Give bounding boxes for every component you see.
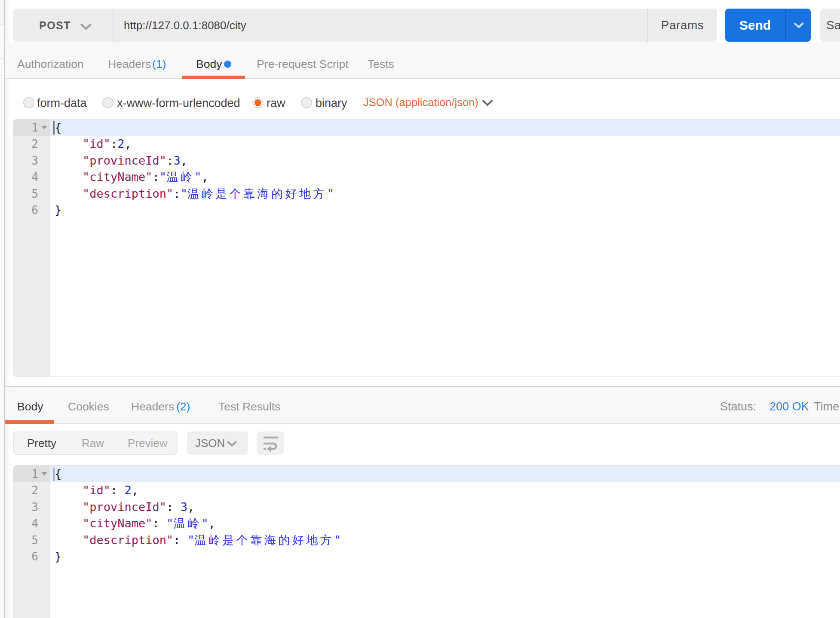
content-type-dropdown[interactable]: JSON (application/json): [363, 96, 478, 109]
tab-authorization[interactable]: Authorization: [17, 58, 84, 71]
view-pretty[interactable]: Pretty: [27, 437, 56, 450]
fold-arrow-icon[interactable]: [42, 126, 47, 129]
radio-raw-label[interactable]: raw: [267, 97, 285, 110]
code-line[interactable]: 1{: [13, 119, 840, 136]
method-dropdown[interactable]: POST: [13, 9, 113, 42]
line-number: 5: [13, 532, 50, 548]
send-button[interactable]: Send: [725, 9, 811, 42]
code-text: "description":"温岭是个靠海的好地方": [50, 186, 840, 202]
code-line[interactable]: 6}: [13, 202, 840, 218]
radio-raw[interactable]: [252, 97, 264, 108]
code-line[interactable]: 3 "provinceId": 3,: [13, 499, 840, 515]
params-button[interactable]: Params: [647, 9, 717, 42]
code-line[interactable]: 1{: [13, 466, 840, 482]
response-body-editor[interactable]: 1{2 "id": 2,3 "provinceId": 3,4 "cityNam…: [13, 465, 840, 618]
sidebar-shadow: [5, 0, 11, 618]
send-button-main[interactable]: Send: [725, 9, 785, 42]
code-line[interactable]: 5 "description": "温岭是个靠海的好地方": [13, 532, 840, 548]
chevron-down-icon[interactable]: [481, 99, 494, 107]
tab-headers[interactable]: Headers: [108, 58, 151, 71]
line-number: 2: [13, 136, 50, 152]
code-line[interactable]: 2 "id": 2,: [13, 482, 840, 499]
code-text: "cityName": "温岭",: [50, 515, 840, 532]
sidebar-card-edge: [1, 63, 4, 381]
code-text: "id": 2,: [50, 482, 840, 499]
text-cursor: [53, 468, 55, 481]
view-raw[interactable]: Raw: [82, 437, 104, 450]
status-value[interactable]: 200 OK: [769, 400, 809, 413]
chevron-down-icon: [227, 441, 237, 447]
method-label: POST: [39, 19, 71, 31]
tab-headers-count[interactable]: (1): [152, 58, 166, 71]
tab-response-headers-count[interactable]: (2): [176, 400, 190, 413]
radio-binary[interactable]: [301, 97, 312, 108]
line-number: 4: [13, 169, 50, 185]
wrap-text-icon: [262, 435, 279, 452]
send-options-button[interactable]: [785, 9, 811, 42]
line-number: 1: [13, 119, 50, 136]
sidebar-separator: [0, 58, 4, 59]
code-text: "provinceId": 3,: [50, 499, 840, 515]
code-line[interactable]: 2 "id":2,: [13, 136, 840, 152]
code-text: {: [50, 466, 840, 482]
sidebar-separator: [0, 24, 4, 25]
code-text: "provinceId":3,: [50, 153, 840, 169]
tab-cookies[interactable]: Cookies: [68, 400, 109, 413]
line-number: 2: [13, 482, 50, 499]
response-format-dropdown[interactable]: JSON: [187, 431, 248, 455]
line-number: 1: [13, 466, 50, 482]
text-cursor: [53, 121, 55, 135]
line-number: 6: [13, 548, 50, 565]
line-number: 3: [13, 499, 50, 515]
active-tab-underline: [182, 76, 245, 79]
code-text: }: [50, 548, 840, 565]
radio-form-data[interactable]: [23, 97, 34, 108]
url-builder-bar: POST http://127.0.0.1:8080/city Params: [13, 9, 717, 42]
chevron-down-icon: [793, 22, 804, 29]
code-line[interactable]: 6}: [13, 548, 840, 565]
radio-x-www-form-urlencoded[interactable]: [102, 97, 113, 108]
code-text: }: [50, 202, 840, 218]
response-tab-bar: Body Cookies Headers (2) Test Results St…: [5, 387, 840, 424]
request-tab-bar: Authorization Headers (1) Body Pre-reque…: [5, 42, 840, 79]
tab-test-results[interactable]: Test Results: [218, 400, 280, 413]
request-body-editor[interactable]: 1{2 "id":2,3 "provinceId":3,4 "cityName"…: [13, 119, 840, 377]
url-value: http://127.0.0.1:8080/city: [124, 18, 246, 32]
url-input[interactable]: http://127.0.0.1:8080/city: [113, 9, 647, 42]
tab-pre-request-script[interactable]: Pre-request Script: [257, 58, 349, 71]
sidebar-item-edge: [0, 0, 4, 24]
code-line[interactable]: 4 "cityName": "温岭",: [13, 515, 840, 532]
line-number: 4: [13, 515, 50, 532]
code-text: "cityName":"温岭",: [50, 169, 840, 185]
code-line[interactable]: 3 "provinceId":3,: [13, 153, 840, 169]
fold-arrow-icon[interactable]: [42, 472, 47, 476]
response-view-switch: Pretty Raw Preview: [13, 431, 178, 455]
tab-tests[interactable]: Tests: [368, 58, 394, 71]
tab-body[interactable]: Body: [196, 58, 222, 71]
code-text: "description": "温岭是个靠海的好地方": [50, 532, 840, 548]
line-number: 6: [13, 202, 50, 218]
sidebar-edge: [0, 0, 4, 618]
line-number: 3: [13, 153, 50, 169]
tab-response-body[interactable]: Body: [17, 400, 43, 413]
status-label: Status:: [720, 400, 756, 413]
code-line[interactable]: 5 "description":"温岭是个靠海的好地方": [13, 186, 840, 202]
time-label: Time:: [814, 400, 840, 413]
line-number: 5: [13, 186, 50, 202]
code-text: {: [50, 119, 840, 136]
wrap-lines-button[interactable]: [257, 431, 284, 455]
radio-form-data-label[interactable]: form-data: [37, 97, 87, 110]
tab-response-headers[interactable]: Headers: [131, 400, 174, 413]
view-preview[interactable]: Preview: [128, 437, 167, 450]
save-button[interactable]: Save: [820, 9, 840, 42]
code-text: "id":2,: [50, 136, 840, 152]
postman-window: { "request_bar": { "method": "POST", "ur…: [0, 0, 840, 618]
body-filled-dot-icon: [224, 61, 231, 68]
radio-x-www-form-urlencoded-label[interactable]: x-www-form-urlencoded: [117, 97, 240, 110]
radio-binary-label[interactable]: binary: [316, 97, 347, 110]
chevron-down-icon: [80, 23, 92, 31]
code-line[interactable]: 4 "cityName":"温岭",: [13, 169, 840, 185]
active-tab-underline: [5, 420, 54, 424]
